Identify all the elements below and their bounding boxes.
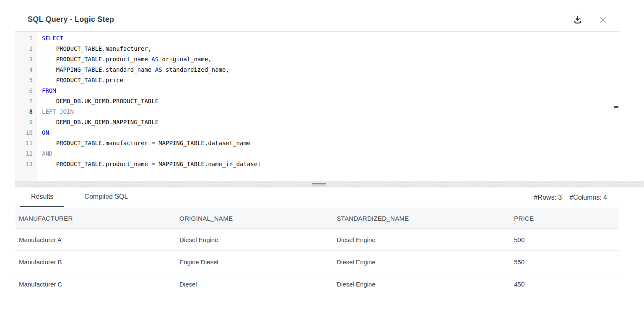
download-icon [573, 15, 583, 26]
code-text: MAPPING_TABLE.standard_name AS standardi… [37, 65, 619, 75]
resize-handle-icon[interactable] [312, 183, 326, 186]
table-row: Manufacturer CDieselDiesel Engine450 [16, 273, 618, 295]
code-line[interactable]: 10ON [15, 128, 619, 138]
download-button[interactable] [571, 14, 584, 26]
results-panel-bar: ResultsCompiled SQL #Rows: 3 #Columns: 4 [15, 188, 644, 207]
table-cell: Manufacturer B [16, 258, 176, 266]
line-number: 8 [15, 107, 33, 117]
line-number: 12 [15, 148, 33, 159]
code-lines: 1SELECT2 PRODUCT_TABLE.manufacturer,3 PR… [15, 33, 619, 169]
code-line[interactable]: 4 MAPPING_TABLE.standard_name AS standar… [15, 65, 619, 75]
line-number: 10 [15, 128, 33, 138]
code-text: SELECT [37, 33, 619, 44]
tab-results[interactable]: Results [20, 188, 64, 207]
table-row: Manufacturer BEngine DieselDiesel Engine… [16, 251, 618, 273]
code-text: PRODUCT_TABLE.price [37, 75, 619, 86]
table-cell: 500 [511, 236, 618, 243]
table-header-row: MANUFACTURERORIGINAL_NAMESTANDARDIZED_NA… [16, 208, 618, 229]
table-row: Manufacturer ADiesel EngineDiesel Engine… [16, 229, 618, 251]
code-line[interactable]: 12AND [15, 148, 619, 159]
code-text: PRODUCT_TABLE.manufacturer, [37, 44, 619, 54]
dialog-title: SQL Query - Logic Step [28, 15, 114, 24]
line-number: 13 [15, 159, 33, 169]
panel-resize-divider[interactable] [15, 181, 644, 188]
tab-compiled-sql[interactable]: Compiled SQL [73, 188, 139, 207]
line-number: 7 [15, 96, 33, 107]
code-text: AND [37, 148, 619, 159]
table-cell: Manufacturer C [16, 281, 176, 288]
dialog-titlebar: SQL Query - Logic Step [0, 0, 644, 31]
code-line[interactable]: 13 PRODUCT_TABLE.product_name = MAPPING_… [15, 159, 619, 169]
line-number: 2 [15, 44, 33, 54]
line-number: 9 [15, 117, 33, 128]
code-text: LEFT JOIN [37, 107, 619, 117]
results-table: MANUFACTURERORIGINAL_NAMESTANDARDIZED_NA… [16, 208, 618, 295]
close-icon [598, 15, 608, 26]
indent-guide [42, 169, 42, 180]
results-stats: #Rows: 3 #Columns: 4 [534, 188, 607, 207]
code-text: DEMO_DB.UK_DEMO.MAPPING_TABLE [37, 117, 619, 128]
code-line[interactable]: 8LEFT JOIN [15, 107, 619, 117]
column-header: PRICE [511, 215, 618, 222]
table-cell: Engine Diesel [176, 258, 333, 266]
line-number: 3 [15, 54, 33, 65]
code-line[interactable]: 1SELECT [15, 33, 619, 44]
columns-count: #Columns: 4 [569, 194, 607, 201]
line-number: 6 [15, 86, 33, 96]
code-line[interactable]: 2 PRODUCT_TABLE.manufacturer, [15, 44, 619, 54]
code-text: PRODUCT_TABLE.product_name AS original_n… [37, 54, 619, 65]
table-cell: Diesel Engine [333, 236, 511, 243]
code-line[interactable]: 9 DEMO_DB.UK_DEMO.MAPPING_TABLE [15, 117, 619, 128]
table-cell: Diesel Engine [333, 281, 511, 288]
table-cell: 450 [511, 281, 618, 288]
line-number: 5 [15, 75, 33, 86]
code-line[interactable]: 11 PRODUCT_TABLE.manufacturer = MAPPING_… [15, 138, 619, 148]
table-cell: Diesel Engine [333, 258, 511, 266]
code-line[interactable]: 7 DEMO_DB.UK_DEMO.PRODUCT_TABLE [15, 96, 619, 107]
results-panel-tabs: ResultsCompiled SQL [20, 188, 139, 207]
overview-ruler-marker [614, 106, 618, 108]
column-header: ORIGINAL_NAME [176, 215, 333, 222]
table-cell: Manufacturer A [16, 236, 176, 243]
code-text: FROM [37, 86, 619, 96]
code-line[interactable]: 6FROM [15, 86, 619, 96]
column-header: STANDARDIZED_NAME [333, 215, 511, 222]
code-text: PRODUCT_TABLE.product_name = MAPPING_TAB… [37, 159, 619, 169]
line-number: 1 [15, 33, 33, 44]
line-number: 11 [15, 138, 33, 148]
sql-code-editor[interactable]: 1SELECT2 PRODUCT_TABLE.manufacturer,3 PR… [15, 31, 619, 181]
line-number: 4 [15, 65, 33, 75]
table-cell: Diesel Engine [176, 236, 333, 243]
close-button[interactable] [597, 14, 609, 26]
code-text: DEMO_DB.UK_DEMO.PRODUCT_TABLE [37, 96, 619, 107]
code-text: PRODUCT_TABLE.manufacturer = MAPPING_TAB… [37, 138, 619, 148]
table-cell: Diesel [176, 281, 333, 288]
rows-count: #Rows: 3 [534, 194, 562, 201]
code-text: ON [37, 128, 619, 138]
table-cell: 550 [511, 258, 618, 266]
column-header: MANUFACTURER [16, 215, 176, 222]
code-line[interactable]: 5 PRODUCT_TABLE.price [15, 75, 619, 86]
code-line[interactable]: 3 PRODUCT_TABLE.product_name AS original… [15, 54, 619, 65]
